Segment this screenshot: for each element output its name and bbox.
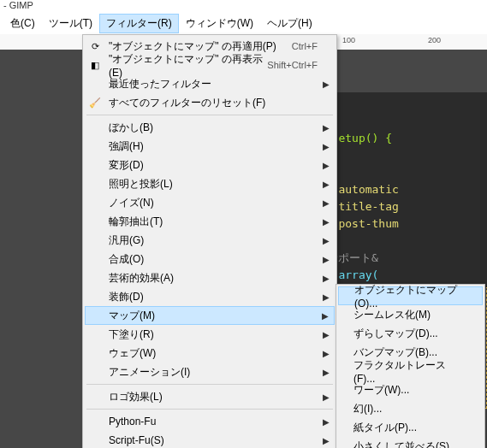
chevron-right-icon: ▶ [323,142,330,151]
reset-icon: 🧹 [88,96,102,109]
menu-blur[interactable]: ぼかし(B)▶ [85,118,335,137]
chevron-right-icon: ▶ [323,198,330,208]
submenu-warp[interactable]: ワープ(W)... [338,380,483,399]
menu-separator [86,384,333,385]
chevron-right-icon: ▶ [323,236,330,245]
chevron-right-icon: ▶ [323,292,330,302]
chevron-right-icon: ▶ [323,330,330,339]
chevron-right-icon: ▶ [323,123,330,133]
chevron-right-icon: ▶ [323,255,330,264]
menu-python-fu[interactable]: Python-Fu▶ [85,412,335,431]
window-title: - GIMP [0,0,487,12]
menu-web[interactable]: ウェブ(W)▶ [85,344,335,363]
chevron-right-icon: ▶ [323,274,330,283]
menu-animation[interactable]: アニメーション(I)▶ [85,363,335,381]
submenu-illusion[interactable]: 幻(I)... [338,399,483,418]
chevron-right-icon: ▶ [323,80,330,89]
map-submenu: オブジェクトにマップ(O)... シームレス化(M) ずらしマップ(D)... … [336,284,485,448]
menu-color[interactable]: 色(C) [3,14,42,33]
menu-render[interactable]: 下塗り(R)▶ [85,325,335,344]
submenu-map-object[interactable]: オブジェクトにマップ(O)... [338,286,483,305]
menu-combine[interactable]: 合成(O)▶ [85,250,335,268]
menu-map[interactable]: マップ(M)▶ [85,306,335,325]
chevron-right-icon: ▶ [323,417,330,427]
menu-script-fu[interactable]: Script-Fu(S)▶ [85,431,335,448]
menubar: 色(C) ツール(T) フィルター(R) ウィンドウ(W) ヘルプ(H) [0,12,487,36]
chevron-right-icon: ▶ [323,217,330,227]
menu-separator [86,409,333,410]
menu-decor[interactable]: 装飾(D)▶ [85,287,335,306]
submenu-fractal-trace[interactable]: フラクタルトレース(F)... [338,362,483,380]
submenu-small-tiles[interactable]: 小さくして並べる(S)... [338,437,483,448]
menu-enhance[interactable]: 強調(H)▶ [85,137,335,156]
menu-tools[interactable]: ツール(T) [42,14,99,33]
menu-help[interactable]: ヘルプ(H) [260,14,319,33]
chevron-right-icon: ▶ [323,161,330,170]
menu-generic[interactable]: 汎用(G)▶ [85,231,335,250]
menu-reset-filters[interactable]: 🧹 すべてのフィルターのリセット(F) [85,93,335,112]
menu-distort[interactable]: 変形(D)▶ [85,156,335,174]
menu-logo[interactable]: ロゴ効果(L)▶ [85,387,335,406]
submenu-displace[interactable]: ずらしマップ(D)... [338,324,483,343]
repeat-icon: ⟳ [88,39,102,53]
menu-edge[interactable]: 輪郭抽出(T)▶ [85,212,335,231]
chevron-right-icon: ▶ [323,180,330,189]
menu-windows[interactable]: ウィンドウ(W) [179,14,260,33]
menu-reshow-last[interactable]: ◧ "オブジェクトにマップ" の再表示(E) Shift+Ctrl+F [85,56,335,74]
chevron-right-icon: ▶ [323,436,330,445]
chevron-right-icon: ▶ [322,311,329,321]
reshow-icon: ◧ [88,58,102,72]
chevron-right-icon: ▶ [323,349,330,358]
submenu-papertile[interactable]: 紙タイル(P)... [338,418,483,437]
submenu-seamless[interactable]: シームレス化(M) [338,305,483,324]
menu-separator [86,115,333,115]
menu-noise[interactable]: ノイズ(N)▶ [85,193,335,212]
chevron-right-icon: ▶ [323,392,330,402]
menu-recent-filters[interactable]: 最近使ったフィルター▶ [85,74,335,93]
filters-dropdown: ⟳ "オブジェクトにマップ" の再適用(P) Ctrl+F ◧ "オブジェクトに… [82,34,337,448]
menu-artistic[interactable]: 芸術的効果(A)▶ [85,268,335,287]
menu-light[interactable]: 照明と投影(L)▶ [85,174,335,193]
chevron-right-icon: ▶ [323,368,330,377]
menu-filters[interactable]: フィルター(R) [99,14,179,33]
